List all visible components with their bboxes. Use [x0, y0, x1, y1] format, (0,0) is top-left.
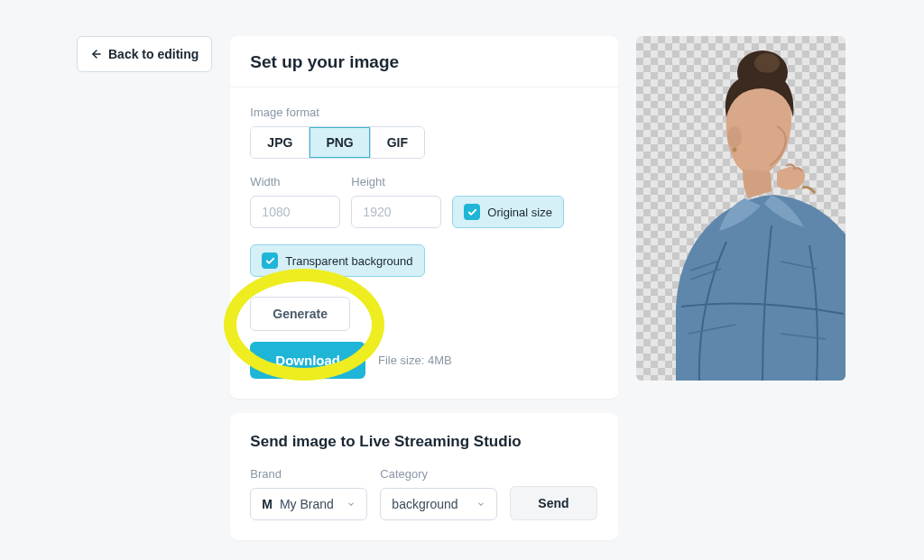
- original-size-toggle[interactable]: Original size: [452, 196, 564, 228]
- chevron-down-icon: [346, 500, 356, 509]
- chevron-down-icon: [476, 500, 485, 509]
- format-segmented: JPG PNG GIF: [250, 126, 425, 159]
- format-gif-button[interactable]: GIF: [371, 127, 424, 158]
- check-icon: [464, 204, 480, 220]
- setup-card: Set up your image Image format JPG PNG G…: [230, 36, 618, 399]
- send-title: Send image to Live Streaming Studio: [250, 433, 598, 451]
- height-label: Height: [351, 175, 441, 188]
- svg-point-2: [754, 53, 780, 73]
- format-jpg-button[interactable]: JPG: [251, 127, 310, 158]
- transparent-bg-toggle[interactable]: Transparent background: [250, 244, 424, 277]
- format-label: Image format: [250, 106, 598, 119]
- original-size-label: Original size: [487, 206, 552, 219]
- file-size-label: File size: 4MB: [378, 353, 452, 367]
- format-png-button[interactable]: PNG: [310, 127, 370, 158]
- setup-title: Set up your image: [230, 36, 618, 87]
- brand-mono: M: [262, 497, 273, 511]
- arrow-left-icon: [90, 48, 103, 60]
- height-input[interactable]: [351, 196, 441, 228]
- back-to-editing-button[interactable]: Back to editing: [77, 36, 212, 72]
- brand-label: Brand: [250, 467, 367, 481]
- category-select[interactable]: background: [380, 488, 497, 520]
- brand-value: My Brand: [280, 497, 334, 511]
- width-input[interactable]: [250, 196, 340, 228]
- brand-select[interactable]: M My Brand: [250, 488, 367, 520]
- download-button[interactable]: Download: [250, 342, 365, 379]
- check-icon: [262, 252, 278, 269]
- preview-person-illustration: [636, 36, 845, 381]
- svg-point-3: [727, 126, 742, 148]
- image-preview: [636, 36, 845, 381]
- back-label: Back to editing: [108, 47, 199, 61]
- send-button[interactable]: Send: [510, 486, 596, 520]
- category-label: Category: [380, 467, 497, 481]
- send-card: Send image to Live Streaming Studio Bran…: [230, 413, 618, 540]
- transparent-bg-label: Transparent background: [285, 254, 412, 268]
- generate-button[interactable]: Generate: [250, 297, 350, 331]
- svg-point-4: [733, 148, 737, 152]
- category-value: background: [392, 497, 457, 511]
- width-label: Width: [250, 175, 340, 188]
